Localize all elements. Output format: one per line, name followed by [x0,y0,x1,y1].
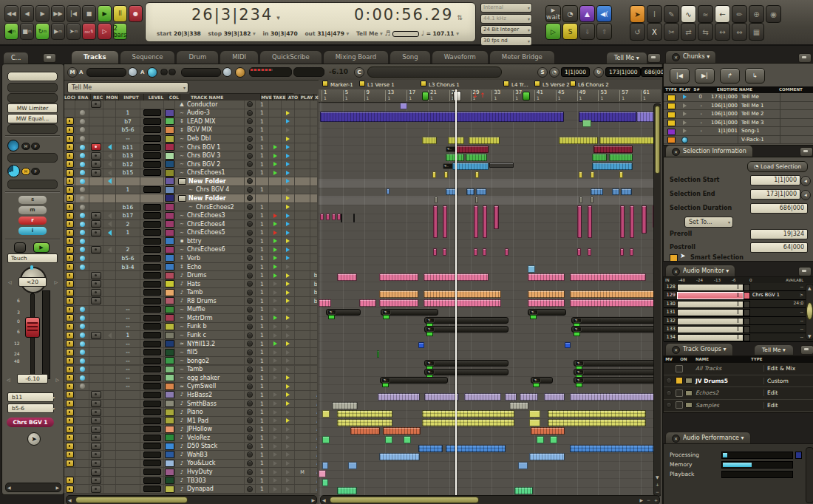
clip[interactable] [591,188,603,195]
automation-icon[interactable] [273,145,277,149]
clip[interactable] [424,393,459,401]
color-swatch[interactable] [165,126,174,134]
play-enable-icon[interactable] [286,256,290,260]
selection-duration-field[interactable]: 686|000 [750,203,808,214]
move-handle[interactable] [247,264,253,270]
play-enable-icon[interactable] [286,231,290,235]
track-name[interactable]: You&Luck [187,460,215,466]
lock-icon[interactable] [66,280,74,287]
track-row-mstrdrm[interactable]: --~MstrDrm11-2 [64,314,317,323]
clip[interactable] [422,137,437,144]
set-to-dropdown[interactable]: Set To... [684,217,733,228]
color-swatch[interactable] [165,152,174,160]
track-name[interactable]: Chrs BGV 3 [187,152,220,159]
output-assign-dropdown[interactable]: b5-6 [7,403,54,413]
record-icon[interactable] [91,417,101,424]
track-name[interactable]: NYfill13.2 [187,341,215,347]
color-swatch[interactable] [165,263,174,270]
mini-button-1[interactable] [160,69,168,75]
automation-icon[interactable] [273,231,277,235]
record-icon[interactable] [91,143,101,151]
move-handle[interactable] [247,486,253,492]
clip[interactable] [377,350,379,358]
lock-icon[interactable] [66,289,74,296]
move-handle[interactable] [247,273,253,279]
track-name[interactable]: ChrsEchoes4 [187,221,225,228]
group-move-handle[interactable] [666,402,672,408]
tab-drum[interactable]: Drum [176,50,219,64]
clip[interactable] [466,154,487,161]
clip[interactable] [577,248,581,256]
memory-play-button[interactable]: ▶m [51,23,65,40]
lock-icon[interactable] [66,460,74,467]
clip[interactable] [494,205,499,229]
lock-icon[interactable] [66,323,74,330]
lock-icon[interactable] [66,409,74,416]
clip[interactable] [474,248,477,256]
channel-strip-tab[interactable]: C... [3,52,29,64]
clip[interactable] [474,205,478,238]
clip[interactable] [570,273,646,281]
clip[interactable] [337,419,392,426]
lock-icon[interactable] [66,237,74,245]
clip[interactable] [550,436,557,443]
record-icon[interactable] [91,169,101,177]
enable-icon[interactable] [80,230,85,235]
clip[interactable] [337,273,357,281]
play-enable-icon[interactable] [286,137,290,141]
selection-end-chip[interactable]: 173|1|000 [605,67,641,77]
move-handle[interactable] [247,452,253,457]
lock-icon[interactable] [66,126,74,134]
clip[interactable] [444,171,448,178]
aux-knob[interactable] [147,67,157,78]
lock-icon[interactable] [66,263,74,270]
tab-song[interactable]: Song [390,50,430,64]
color-swatch[interactable] [165,143,174,151]
clip[interactable] [337,410,392,418]
monitor-icon[interactable] [108,230,112,236]
automation-icon[interactable] [273,299,277,303]
enable-icon[interactable] [80,162,85,167]
mute-x-tool[interactable]: X [647,23,662,41]
color-swatch[interactable] [165,486,174,493]
chunks-collapse-button[interactable] [798,53,812,63]
record-icon[interactable] [91,101,101,108]
automation-icon[interactable] [273,162,277,166]
play-enable-icon[interactable] [286,299,290,303]
track-name[interactable]: VeloRez [187,435,210,441]
track-name[interactable]: Chrs BGV 1 [187,144,220,151]
play-enable-icon[interactable] [286,119,290,123]
clip[interactable] [537,436,544,443]
time-ruler[interactable]: 1151911311712112512913313714114514915315… [319,89,661,103]
monitor-icon[interactable] [108,170,112,176]
fader-value-box[interactable]: -6.10 [17,374,48,384]
play-enable-icon[interactable] [286,307,290,312]
enable-icon[interactable] [80,375,85,381]
selection-start-recall-icon[interactable]: ◂ [800,176,811,186]
monitor-row-130[interactable]: 130-- [664,300,813,308]
output-assign[interactable]: rsn4- [316,418,317,424]
chunk-cue-button[interactable]: ↱ [720,68,740,84]
move-handle[interactable] [247,443,253,449]
scroll-left-icon[interactable]: ◀ [322,497,326,503]
enable-icon[interactable] [80,127,85,132]
track-row-new-folder[interactable]: New Folder [64,177,317,186]
move-handle[interactable] [247,477,253,483]
clip[interactable] [593,146,633,153]
play-enable-icon[interactable] [286,478,290,483]
clip[interactable] [387,188,390,194]
main-counter[interactable]: 26|3|234 ▾ [191,6,282,24]
track-name[interactable]: New Folder [188,178,226,185]
automation-clip[interactable]: Tr.. [380,377,448,384]
enable-icon[interactable] [80,239,85,244]
monitor-row-132[interactable]: 132-- [664,317,813,325]
automation-clip[interactable]: Tr.. [424,317,508,324]
play-enable-icon[interactable] [286,384,290,389]
lock-icon[interactable] [66,135,74,143]
chunk-play-icon[interactable] [683,95,687,99]
automation-icon[interactable] [273,367,277,372]
output-assign[interactable]: rsn4- [316,469,317,475]
enable-icon[interactable] [80,256,85,261]
enable-icon[interactable] [80,316,85,321]
lock-icon[interactable] [66,451,74,458]
